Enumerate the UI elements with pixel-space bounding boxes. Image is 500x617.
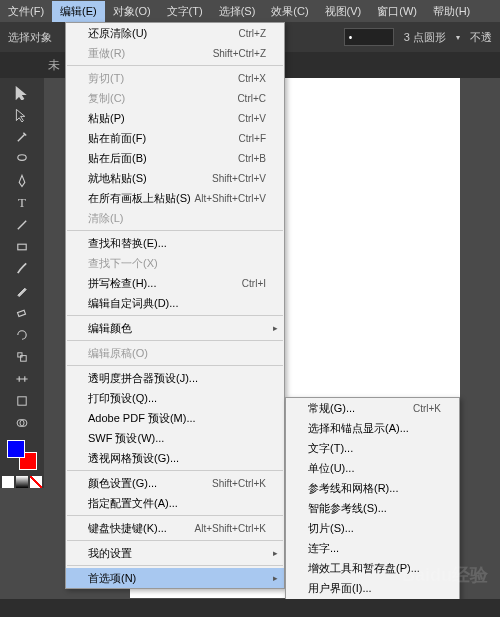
- menu-label: 重做(R): [88, 46, 125, 61]
- edit-menu-item-21[interactable]: 透明度拼合器预设(J)...: [66, 368, 284, 388]
- edit-menu-item-17[interactable]: 编辑颜色: [66, 318, 284, 338]
- menu-label: 单位(U)...: [308, 461, 354, 476]
- watermark: Baidu经验: [402, 563, 488, 587]
- scale-tool[interactable]: [12, 347, 32, 367]
- menubar-item-0[interactable]: 文件(F): [0, 1, 52, 22]
- color-mode-gradient[interactable]: [16, 476, 28, 488]
- prefs-menu-item-7[interactable]: 连字...: [286, 538, 459, 558]
- rotate-tool[interactable]: [12, 325, 32, 345]
- eraser-tool[interactable]: [12, 303, 32, 323]
- menu-shortcut: Shift+Ctrl+Z: [213, 48, 266, 59]
- edit-menu-item-5[interactable]: 粘贴(P)Ctrl+V: [66, 108, 284, 128]
- prefs-menu-item-5[interactable]: 智能参考线(S)...: [286, 498, 459, 518]
- statusbar: [0, 599, 500, 617]
- menu-label: 还原清除(U): [88, 26, 147, 41]
- toolbox: T: [0, 78, 44, 488]
- edit-menu-item-22[interactable]: 打印预设(Q)...: [66, 388, 284, 408]
- paintbrush-tool[interactable]: [12, 259, 32, 279]
- edit-menu-item-23[interactable]: Adobe PDF 预设(M)...: [66, 408, 284, 428]
- line-tool[interactable]: [12, 215, 32, 235]
- fill-swatch[interactable]: [7, 440, 25, 458]
- svg-rect-4: [18, 353, 22, 357]
- color-mode-solid[interactable]: [2, 476, 14, 488]
- menu-label: 首选项(N): [88, 571, 136, 586]
- menu-label: 编辑原稿(O): [88, 346, 148, 361]
- menubar-item-8[interactable]: 帮助(H): [425, 1, 478, 22]
- menu-label: 打印预设(Q)...: [88, 391, 157, 406]
- menu-label: 剪切(T): [88, 71, 124, 86]
- menubar-item-1[interactable]: 编辑(E): [52, 1, 105, 22]
- menu-shortcut: Ctrl+V: [238, 113, 266, 124]
- menu-label: 编辑自定词典(D)...: [88, 296, 178, 311]
- menu-shortcut: Ctrl+K: [413, 403, 441, 414]
- color-mode-none[interactable]: [30, 476, 42, 488]
- edit-menu-item-32[interactable]: 我的设置: [66, 543, 284, 563]
- menu-label: 贴在前面(F): [88, 131, 146, 146]
- menu-separator: [67, 315, 283, 316]
- pencil-tool[interactable]: [12, 281, 32, 301]
- svg-rect-3: [17, 310, 25, 316]
- menu-separator: [67, 365, 283, 366]
- color-swatches[interactable]: [7, 440, 37, 470]
- rectangle-tool[interactable]: [12, 237, 32, 257]
- menu-shortcut: Ctrl+X: [238, 73, 266, 84]
- edit-menu-item-0[interactable]: 还原清除(U)Ctrl+Z: [66, 23, 284, 43]
- prefs-menu-item-0[interactable]: 常规(G)...Ctrl+K: [286, 398, 459, 418]
- direct-selection-tool[interactable]: [12, 105, 32, 125]
- menu-shortcut: Ctrl+F: [239, 133, 267, 144]
- edit-menu-item-24[interactable]: SWF 预设(W)...: [66, 428, 284, 448]
- stroke-value-field[interactable]: •: [344, 28, 394, 46]
- selection-tool[interactable]: [12, 83, 32, 103]
- svg-rect-5: [21, 356, 27, 362]
- prefs-menu-item-6[interactable]: 切片(S)...: [286, 518, 459, 538]
- edit-menu-item-27[interactable]: 颜色设置(G)...Shift+Ctrl+K: [66, 473, 284, 493]
- edit-menu-item-15[interactable]: 编辑自定词典(D)...: [66, 293, 284, 313]
- menu-label: 粘贴(P): [88, 111, 125, 126]
- menubar-item-2[interactable]: 对象(O): [105, 1, 159, 22]
- pen-tool[interactable]: [12, 171, 32, 191]
- color-mode-swatches: [2, 476, 42, 488]
- svg-point-0: [18, 155, 26, 161]
- menu-label: 常规(G)...: [308, 401, 355, 416]
- menubar-item-4[interactable]: 选择(S): [211, 1, 264, 22]
- menu-separator: [67, 230, 283, 231]
- width-tool[interactable]: [12, 369, 32, 389]
- menu-label: 编辑颜色: [88, 321, 132, 336]
- prefs-menu-item-3[interactable]: 单位(U)...: [286, 458, 459, 478]
- prefs-menu-item-4[interactable]: 参考线和网格(R)...: [286, 478, 459, 498]
- menubar-item-3[interactable]: 文字(T): [159, 1, 211, 22]
- edit-menu-item-25[interactable]: 透视网格预设(G)...: [66, 448, 284, 468]
- menubar-item-5[interactable]: 效果(C): [263, 1, 316, 22]
- edit-menu-item-30[interactable]: 键盘快捷键(K)...Alt+Shift+Ctrl+K: [66, 518, 284, 538]
- free-transform-tool[interactable]: [12, 391, 32, 411]
- edit-menu-item-3: 剪切(T)Ctrl+X: [66, 68, 284, 88]
- edit-menu-item-14[interactable]: 拼写检查(H)...Ctrl+I: [66, 273, 284, 293]
- type-tool[interactable]: T: [12, 193, 32, 213]
- menu-separator: [67, 65, 283, 66]
- tab-untitled[interactable]: 未: [48, 57, 60, 74]
- menubar-item-7[interactable]: 窗口(W): [369, 1, 425, 22]
- prefs-menu-item-2[interactable]: 文字(T)...: [286, 438, 459, 458]
- edit-menu-item-9[interactable]: 在所有画板上粘贴(S)Alt+Shift+Ctrl+V: [66, 188, 284, 208]
- menu-label: 查找和替换(E)...: [88, 236, 167, 251]
- shape-builder-tool[interactable]: [12, 413, 32, 433]
- edit-menu-item-7[interactable]: 贴在后面(B)Ctrl+B: [66, 148, 284, 168]
- magic-wand-tool[interactable]: [12, 127, 32, 147]
- prefs-menu-item-1[interactable]: 选择和锚点显示(A)...: [286, 418, 459, 438]
- menu-label: 键盘快捷键(K)...: [88, 521, 167, 536]
- edit-menu-item-28[interactable]: 指定配置文件(A)...: [66, 493, 284, 513]
- menu-label: 颜色设置(G)...: [88, 476, 157, 491]
- svg-line-1: [18, 221, 26, 229]
- menubar-item-6[interactable]: 视图(V): [317, 1, 370, 22]
- svg-rect-2: [18, 244, 26, 250]
- edit-menu-item-34[interactable]: 首选项(N): [66, 568, 284, 588]
- edit-menu-item-4: 复制(C)Ctrl+C: [66, 88, 284, 108]
- edit-menu-item-6[interactable]: 贴在前面(F)Ctrl+F: [66, 128, 284, 148]
- lasso-tool[interactable]: [12, 149, 32, 169]
- menu-shortcut: Alt+Shift+Ctrl+K: [195, 523, 266, 534]
- edit-menu-item-12[interactable]: 查找和替换(E)...: [66, 233, 284, 253]
- edit-menu-dropdown: 还原清除(U)Ctrl+Z重做(R)Shift+Ctrl+Z剪切(T)Ctrl+…: [65, 22, 285, 589]
- edit-menu-item-8[interactable]: 就地粘贴(S)Shift+Ctrl+V: [66, 168, 284, 188]
- stroke-style-dropdown[interactable]: 3 点圆形: [404, 30, 446, 45]
- menu-shortcut: Alt+Shift+Ctrl+V: [195, 193, 266, 204]
